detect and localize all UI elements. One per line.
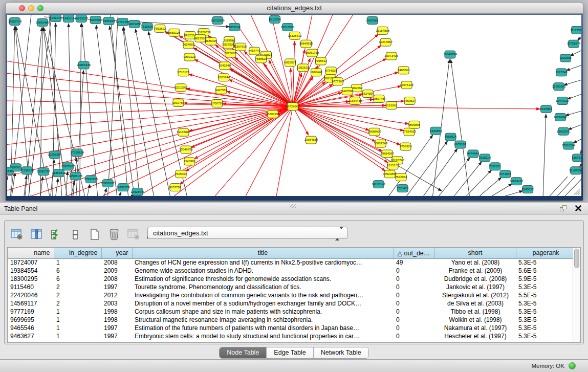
graph-node[interactable]: 1167533 — [572, 154, 581, 162]
table-cell[interactable]: 5.3E-5 — [516, 299, 576, 308]
table-cell[interactable]: 0 — [394, 299, 434, 308]
citation-edge-black[interactable] — [492, 184, 512, 196]
table-cell[interactable]: 0 — [394, 267, 434, 275]
column-header-title[interactable]: title — [132, 248, 394, 258]
delete-rows-icon[interactable] — [107, 228, 121, 242]
citation-edge-black[interactable] — [543, 114, 546, 196]
table-cell[interactable]: 5.3E-5 — [516, 258, 576, 267]
graph-node[interactable]: 2522954 — [395, 173, 407, 181]
column-header-year[interactable]: year — [101, 248, 132, 258]
citation-edge-black[interactable] — [120, 192, 121, 196]
table-cell[interactable]: Dudbridge et al. (2008) — [434, 275, 516, 283]
table-cell[interactable]: 9115460 — [8, 283, 54, 291]
table-cell[interactable]: Estimation of the future numbers of pati… — [132, 324, 394, 332]
graph-node[interactable]: 12104591 — [569, 167, 581, 174]
network-window[interactable]: citations_edges.txt 14055724206914061041… — [5, 2, 583, 201]
citation-edge-black[interactable] — [110, 26, 134, 196]
citation-edge-red[interactable] — [103, 106, 293, 196]
table-row[interactable]: 946362711997Embryonic stem cells: a mode… — [8, 332, 576, 340]
graph-node[interactable]: 6497508 — [341, 87, 354, 95]
table-cell[interactable]: 0 — [394, 316, 434, 324]
node-table[interactable]: namein_degreeyeartitle△ out_de…shortpage… — [7, 247, 581, 343]
graph-node[interactable]: 16648794 — [443, 51, 457, 58]
table-cell[interactable]: 0 — [394, 308, 434, 316]
citation-edge-red[interactable] — [276, 106, 293, 196]
graph-node[interactable]: 7663822 — [154, 25, 166, 32]
table-cell[interactable]: Estimation of significance thresholds fo… — [132, 275, 394, 283]
graph-node[interactable]: 9660125 — [168, 29, 181, 36]
table-row[interactable]: 977716911998Corpus callosum shape and si… — [8, 308, 576, 316]
graph-node[interactable]: 1733426 — [397, 185, 409, 192]
column-header-short[interactable]: short — [434, 248, 516, 258]
graph-node[interactable]: 10975887 — [61, 163, 75, 170]
graph-node[interactable]: 8186328 — [205, 37, 217, 45]
graph-node[interactable]: 1700726 — [211, 100, 224, 107]
table-cell[interactable]: 0 — [394, 283, 434, 291]
table-row[interactable]: 1456911722003Disruption of a novel membe… — [8, 299, 576, 308]
graph-node[interactable]: 9899895 — [408, 121, 421, 128]
graph-node[interactable]: 5875685 — [225, 50, 237, 57]
table-cell[interactable]: 1 — [54, 332, 101, 340]
graph-node[interactable]: 9463627 — [404, 97, 416, 105]
tab-edge-table[interactable]: Edge Table — [267, 347, 313, 358]
citation-graph[interactable]: 1405572420691406104114893400111065328715… — [7, 15, 581, 196]
table-cell[interactable]: 18724007 — [8, 258, 54, 267]
column-header-pagerank[interactable]: pagerank — [516, 248, 576, 258]
graph-node[interactable]: 11127527 — [570, 26, 581, 34]
table-row[interactable]: 1938455462009Genome-wide association stu… — [8, 267, 576, 275]
table-row[interactable]: 911546021997Tourette syndrome. Phenomeno… — [8, 283, 576, 291]
table-cell[interactable]: 5.3E-5 — [516, 283, 576, 291]
citation-edge-red[interactable] — [7, 106, 293, 129]
citation-edge-red[interactable] — [293, 41, 295, 106]
table-cell[interactable]: 0 — [394, 324, 434, 332]
graph-node[interactable]: 7485063 — [398, 67, 410, 74]
table-cell[interactable]: 2 — [54, 283, 101, 291]
citation-edge-black[interactable] — [505, 191, 522, 196]
graph-node[interactable]: 7857224 — [229, 23, 241, 31]
graph-node[interactable]: 17654923 — [402, 128, 416, 136]
graph-node[interactable]: 16782759 — [116, 184, 130, 191]
table-cell[interactable]: 1 — [54, 258, 101, 267]
graph-node[interactable]: 10973493 — [384, 52, 398, 60]
graph-node[interactable]: 6216861 — [385, 102, 398, 110]
table-cell[interactable]: 0 — [394, 332, 434, 340]
graph-node[interactable]: 2803144 — [218, 74, 230, 81]
graph-node[interactable]: 1640954 — [430, 127, 442, 135]
graph-node[interactable]: 18724007 — [286, 103, 300, 111]
table-cell[interactable]: Investigating the contribution of common… — [132, 291, 394, 299]
graph-node[interactable]: 9474444 — [467, 150, 480, 158]
graph-node[interactable]: 1810754 — [172, 99, 185, 107]
graph-node[interactable]: 14136141 — [372, 181, 385, 188]
graph-node[interactable]: 9890123 — [184, 53, 196, 61]
table-cell[interactable]: 1998 — [101, 316, 132, 324]
table-cell[interactable]: Franke et al. (2009) — [434, 267, 516, 275]
citation-edge-red[interactable] — [194, 59, 293, 106]
graph-node[interactable]: 6794028 — [325, 67, 337, 75]
graph-node[interactable]: 21364436 — [348, 97, 362, 105]
citation-edge-black[interactable] — [557, 177, 575, 196]
graph-node[interactable]: 7625402 — [175, 170, 187, 178]
select-column-icon[interactable] — [29, 228, 43, 242]
graph-node[interactable]: 19384554 — [304, 136, 318, 144]
graph-node[interactable]: 2718170 — [178, 69, 190, 76]
graph-node[interactable]: 12213967 — [379, 38, 393, 46]
graph-node[interactable]: 7515526 — [141, 23, 154, 30]
graph-node[interactable]: 16210643 — [554, 113, 568, 121]
graph-node[interactable]: 9822037 — [284, 59, 296, 67]
table-cell[interactable]: 19384554 — [8, 267, 54, 275]
graph-node[interactable]: 9245652 — [522, 186, 534, 193]
table-row[interactable]: 2242004622012Investigating the contribut… — [8, 291, 576, 299]
graph-node[interactable]: 12975125 — [400, 81, 413, 89]
table-cell[interactable]: Corpus callosum shape and size in male p… — [132, 308, 394, 316]
graph-node[interactable]: 15046756 — [179, 146, 193, 154]
graph-node[interactable]: 8454749 — [248, 47, 260, 55]
table-cell[interactable]: 5.6E-5 — [516, 267, 576, 275]
graph-node[interactable]: 15751074 — [567, 40, 581, 48]
table-cell[interactable]: 6 — [54, 275, 101, 283]
graph-node[interactable]: 7955812 — [315, 57, 327, 65]
graph-node[interactable]: 9857791 — [169, 184, 182, 191]
graph-node[interactable]: 17957225 — [84, 176, 98, 183]
table-cell[interactable]: 1997 — [101, 332, 132, 340]
graph-node[interactable]: 12093583 — [552, 83, 566, 91]
table-cell[interactable]: 1997 — [101, 324, 132, 332]
